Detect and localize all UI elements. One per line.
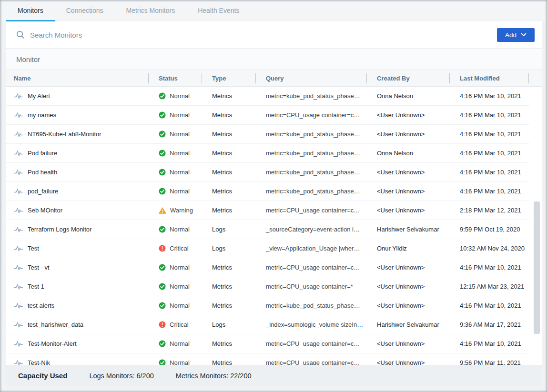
status-normal-icon [159, 188, 166, 195]
search-icon [16, 30, 25, 39]
status-normal-icon [159, 340, 166, 347]
monitor-type: Metrics [202, 353, 255, 366]
monitor-name: Pod health [28, 169, 57, 176]
status-label: Normal [170, 283, 190, 290]
created-by: <User Unknown> [366, 353, 449, 366]
monitor-name: Seb MOnitor [28, 207, 62, 214]
table-row[interactable]: my namesNormalMetricsmetric=CPU_usage co… [6, 106, 529, 125]
table-row[interactable]: pod_failureNormalMetricsmetric=kube_pod_… [6, 182, 529, 201]
monitor-type: Metrics [202, 334, 255, 353]
tab-connections[interactable]: Connections [55, 1, 115, 21]
table-row[interactable]: Seb MOnitorWarningMetricsmetric=CPU_usag… [6, 201, 529, 220]
created-by: Harishwer Selvakumar [366, 315, 449, 334]
table-row[interactable]: Test 1NormalMetricsmetric=CPU_usage cont… [6, 277, 529, 296]
monitor-query: metric=CPU_usage container=* [255, 277, 366, 296]
table-row[interactable]: Pod failureNormalMetricsmetric=kube_pod_… [6, 144, 529, 163]
column-header-created-by[interactable]: Created By [366, 70, 449, 86]
created-by: Onur Yildiz [366, 239, 449, 258]
monitor-type: Metrics [202, 87, 255, 105]
table-row[interactable]: Terraform Logs MonitorNormalLogs_sourceC… [6, 220, 529, 239]
monitor-query: metric=CPU_usage container=c… [255, 201, 366, 220]
monitor-type: Metrics [202, 144, 255, 162]
table-row[interactable]: Test-NikNormalMetricsmetric=CPU_usage co… [6, 353, 529, 366]
monitor-type: Logs [202, 315, 255, 334]
last-modified: 10:32 AM Nov 24, 2020 [449, 239, 529, 258]
column-header-status[interactable]: Status [148, 70, 202, 86]
monitor-query: metric=CPU_usage container=c… [255, 258, 366, 277]
created-by: <User Unknown> [366, 125, 449, 143]
created-by: <User Unknown> [366, 182, 449, 201]
metrics-monitors-count: Metrics Monitors: 22/200 [176, 372, 252, 380]
monitor-name: My Alert [28, 92, 50, 100]
last-modified: 4:16 PM Mar 10, 2021 [449, 125, 529, 143]
last-modified: 2:18 PM Mar 12, 2021 [449, 201, 529, 220]
tab-health-events[interactable]: Health Events [186, 1, 251, 21]
monitor-type: Metrics [202, 296, 255, 315]
table-row[interactable]: NT695-Kube-Lab8-MonitorNormalMetricsmetr… [6, 125, 529, 144]
column-header-type[interactable]: Type [202, 70, 255, 86]
created-by: <User Unknown> [366, 296, 449, 315]
table-row[interactable]: Pod healthNormalMetricsmetric=kube_pod_s… [6, 163, 529, 182]
column-header-last-modified[interactable]: Last Modified [449, 70, 529, 86]
scrollbar-thumb[interactable] [534, 201, 540, 334]
monitor-type: Metrics [202, 163, 255, 181]
status-label: Critical [170, 245, 189, 252]
monitor-name: Pod failure [28, 150, 57, 157]
capacity-footer: Capacity Used Logs Monitors: 6/200 Metri… [5, 365, 542, 386]
status-label: Normal [170, 111, 190, 119]
pulse-icon [14, 111, 23, 119]
status-normal-icon [159, 264, 166, 271]
table-row[interactable]: TestCriticalLogs_view=Application_Usage … [6, 239, 529, 258]
monitor-query: metric=kube_pod_status_phase… [255, 125, 366, 143]
monitor-query: _index=sumologic_volume sizeIn… [255, 315, 366, 334]
tab-monitors[interactable]: Monitors [6, 1, 55, 21]
status-critical-icon [159, 321, 166, 328]
monitor-type: Logs [202, 239, 255, 258]
monitor-type: Metrics [202, 277, 255, 296]
search-row: Add [6, 21, 542, 49]
pulse-icon [14, 207, 23, 214]
monitor-type: Metrics [202, 258, 255, 277]
pulse-icon [14, 302, 23, 309]
table-row[interactable]: Test-Monitor-AlertNormalMetricsmetric=CP… [6, 334, 529, 353]
status-normal-icon [159, 226, 166, 233]
created-by: Harishwer Selvakumar [366, 220, 449, 239]
monitor-type: Metrics [202, 106, 255, 124]
table-header: NameStatusTypeQueryCreated ByLast Modifi… [6, 70, 542, 87]
created-by: <User Unknown> [366, 106, 449, 124]
monitor-name: test_harishwer_data [28, 321, 83, 328]
monitor-name: NT695-Kube-Lab8-Monitor [28, 131, 101, 138]
last-modified: 4:16 PM Mar 10, 2021 [449, 106, 529, 124]
column-header-query[interactable]: Query [255, 70, 366, 86]
last-modified: 4:16 PM Mar 10, 2021 [449, 144, 529, 162]
last-modified: 4:16 PM Mar 10, 2021 [449, 258, 529, 277]
table-row[interactable]: test alertsNormalMetricsmetric=kube_pod_… [6, 296, 529, 315]
last-modified: 4:16 PM Mar 10, 2021 [449, 296, 529, 315]
table-row[interactable]: test_harishwer_dataCriticalLogs_index=su… [6, 315, 529, 334]
pulse-icon [14, 264, 23, 271]
column-header-name[interactable]: Name [6, 70, 148, 86]
add-button[interactable]: Add [497, 28, 535, 42]
monitor-name: Test-Monitor-Alert [28, 340, 77, 347]
table-row[interactable]: My AlertNormalMetricsmetric=kube_pod_sta… [6, 87, 529, 106]
search-input[interactable] [30, 31, 497, 39]
created-by: Onna Nelson [366, 144, 449, 162]
status-normal-icon [159, 283, 166, 290]
monitor-query: metric=kube_pod_status_phase… [255, 163, 366, 181]
table-row[interactable]: Test - vtNormalMetricsmetric=CPU_usage c… [6, 258, 529, 277]
monitor-type: Metrics [202, 125, 255, 143]
status-label: Normal [170, 226, 190, 233]
section-title: Monitor [16, 55, 40, 63]
monitor-name: pod_failure [28, 188, 58, 195]
tab-metrics-monitors[interactable]: Metrics Monitors [115, 1, 187, 21]
last-modified: 4:16 PM Mar 10, 2021 [449, 163, 529, 181]
status-label: Critical [170, 321, 189, 328]
last-modified: 4:16 PM Mar 10, 2021 [449, 87, 529, 105]
created-by: <User Unknown> [366, 163, 449, 181]
monitor-name: my names [28, 111, 56, 119]
status-normal-icon [159, 131, 166, 138]
status-critical-icon [159, 245, 166, 252]
monitor-query: metric=kube_pod_status_phase… [255, 296, 366, 315]
monitor-query: metric=kube_pod_status_phase… [255, 182, 366, 201]
pulse-icon [14, 131, 23, 138]
